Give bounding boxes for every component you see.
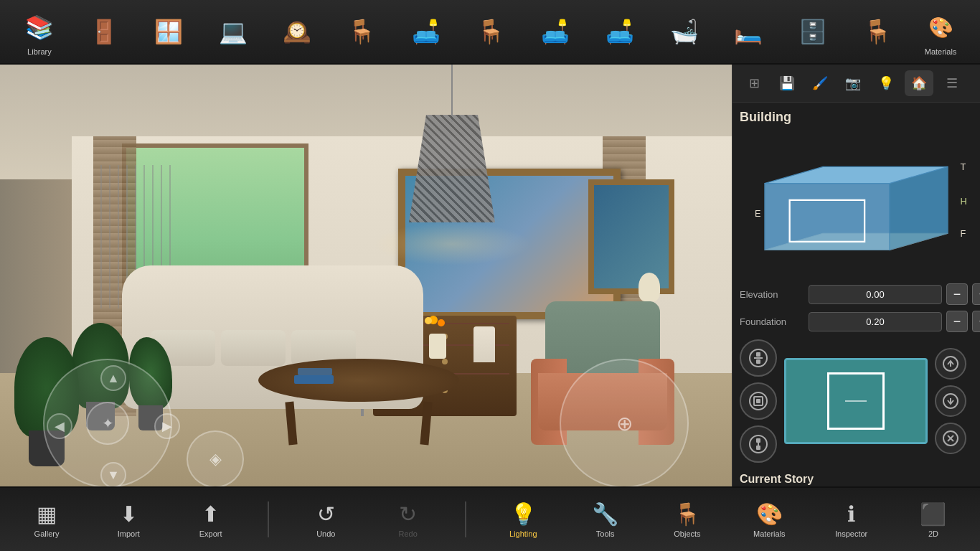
- delete-mini-button[interactable]: [935, 423, 966, 454]
- toolbar-bed[interactable]: 🛏️: [717, 3, 779, 60]
- toolbar-armchair-yellow[interactable]: 🛋️: [395, 3, 457, 60]
- tab-home[interactable]: 🏠: [905, 70, 933, 96]
- foundation-label: Foundation: [740, 316, 804, 327]
- bottom-materials[interactable]: 🎨 Materials: [737, 491, 801, 548]
- nav-center-button[interactable]: ✦: [86, 402, 129, 445]
- coffee-table: [258, 359, 459, 445]
- elevation-row: Elevation − +: [740, 283, 973, 305]
- toolbar-bathtub[interactable]: 🛁: [654, 3, 715, 60]
- actions-and-floorplan: [740, 339, 973, 463]
- materials-label: Materials: [925, 47, 957, 56]
- nav-down-button[interactable]: ▼: [100, 462, 126, 488]
- left-action-buttons: [740, 339, 777, 463]
- toolbar-sofa-yellow[interactable]: 🛋️: [589, 3, 651, 60]
- right-panel: ⊞ 💾 🖌️ 📷 💡 🏠 ☰ Building T H: [732, 65, 980, 551]
- nav-right-button[interactable]: ▶: [154, 413, 180, 439]
- svg-rect-11: [756, 359, 760, 364]
- bottom-objects[interactable]: 🪑 Objects: [655, 491, 720, 548]
- bottom-inspector[interactable]: ℹ Inspector: [819, 491, 884, 548]
- objects-label: Objects: [674, 529, 700, 538]
- 2d-label: 2D: [928, 529, 938, 538]
- foundation-input[interactable]: [809, 312, 942, 331]
- toolbar-laptop[interactable]: 💻: [202, 3, 264, 60]
- bottom-export[interactable]: ⬆ Export: [179, 491, 243, 548]
- building-diagram: T H E F: [740, 133, 973, 275]
- elevation-input[interactable]: [809, 285, 942, 304]
- window-item-icon: 🪟: [149, 11, 189, 52]
- move-up-icon: [942, 355, 959, 372]
- toolbar-chair-pink[interactable]: 🪑: [460, 3, 522, 60]
- hanging-lamp: [402, 65, 502, 265]
- svg-rect-15: [756, 399, 760, 403]
- nav-left-button[interactable]: ◀: [47, 413, 72, 439]
- bottom-2d[interactable]: ⬛ 2D: [901, 491, 966, 548]
- bed-icon: 🛏️: [728, 11, 768, 52]
- import-label: Import: [118, 529, 140, 538]
- gallery-icon: ▦: [37, 501, 57, 527]
- toolbar-materials[interactable]: 🎨 Materials: [910, 3, 971, 60]
- elevation-label: Elevation: [740, 289, 804, 300]
- right-wall-painting: [588, 179, 674, 294]
- bottom-undo[interactable]: ↺ Undo: [293, 491, 358, 548]
- nav-rotate-button[interactable]: ⊕: [560, 359, 689, 488]
- bottom-materials-icon: 🎨: [756, 501, 783, 527]
- export-label: Export: [199, 529, 222, 538]
- toolbar-divider-1: [268, 501, 269, 537]
- lighting-label: Lighting: [509, 529, 537, 538]
- chair-pink-icon: 🪑: [471, 11, 511, 52]
- add-floor-button[interactable]: [740, 339, 777, 377]
- tab-build[interactable]: ⊞: [740, 70, 768, 96]
- tab-photo[interactable]: 📷: [839, 70, 867, 96]
- lighting-icon: 💡: [510, 501, 537, 527]
- redo-label: Redo: [398, 529, 417, 538]
- bottom-toolbar: ▦ Gallery ⬇ Import ⬆ Export ↺ Undo ↻ Red…: [0, 486, 980, 551]
- toolbar-door[interactable]: 🚪: [73, 3, 135, 60]
- tab-paint[interactable]: 🖌️: [806, 70, 834, 96]
- redo-icon: ↻: [399, 501, 417, 527]
- objects-icon: 🪑: [674, 501, 700, 527]
- toolbar-library[interactable]: 📚 Library: [9, 3, 70, 60]
- floor-plan-thumbnail[interactable]: [784, 358, 928, 444]
- tab-save[interactable]: 💾: [773, 70, 801, 96]
- books: [294, 369, 337, 384]
- foundation-row: Foundation − +: [740, 311, 973, 332]
- tab-light[interactable]: 💡: [872, 70, 900, 96]
- bottom-tools[interactable]: 🔧 Tools: [573, 491, 638, 548]
- top-toolbar: 📚 Library 🚪 🪟 💻 🕰️ 🪑 🛋️ 🪑 🛋️ 🛋️ 🛁 🛏️ 🗄️ …: [0, 0, 980, 65]
- svg-text:T: T: [961, 161, 966, 172]
- tools-icon: 🔧: [592, 501, 618, 527]
- bottom-materials-label: Materials: [753, 529, 786, 538]
- svg-text:E: E: [755, 208, 761, 219]
- elevation-increase-button[interactable]: +: [972, 283, 980, 305]
- panel-title: Building: [740, 110, 973, 125]
- tab-list[interactable]: ☰: [938, 70, 966, 96]
- toolbar-chair-red[interactable]: 🪑: [331, 3, 392, 60]
- building-3d-svg: T H E F: [740, 133, 973, 275]
- nav-up-button[interactable]: ▲: [100, 365, 126, 391]
- svg-text:H: H: [961, 196, 967, 207]
- toolbar-cabinet[interactable]: 🗄️: [782, 3, 844, 60]
- current-story-title: Current Story: [740, 473, 973, 486]
- toolbar-chair-red2[interactable]: 🪑: [847, 3, 908, 60]
- white-vase: [473, 326, 495, 362]
- add-below-icon: [748, 434, 768, 454]
- svg-text:F: F: [961, 228, 966, 239]
- add-below-button[interactable]: [740, 425, 777, 463]
- bottom-gallery[interactable]: ▦ Gallery: [14, 491, 79, 548]
- bottom-lighting[interactable]: 💡 Lighting: [491, 491, 555, 548]
- select-floor-button[interactable]: [740, 382, 777, 420]
- bottom-import[interactable]: ⬇ Import: [96, 491, 161, 548]
- nav-pan-button[interactable]: ◈: [187, 430, 244, 488]
- toolbar-window-item[interactable]: 🪟: [138, 3, 199, 60]
- bottom-redo[interactable]: ↻ Redo: [376, 491, 440, 548]
- foundation-decrease-button[interactable]: −: [946, 311, 968, 332]
- foundation-increase-button[interactable]: +: [972, 311, 980, 332]
- panel-tabs: ⊞ 💾 🖌️ 📷 💡 🏠 ☰: [732, 65, 980, 103]
- move-up-mini-button[interactable]: [935, 348, 966, 380]
- materials-icon: 🎨: [920, 7, 961, 47]
- elevation-decrease-button[interactable]: −: [946, 283, 968, 305]
- toolbar-sofa-pink[interactable]: 🛋️: [524, 3, 586, 60]
- move-down-mini-button[interactable]: [935, 385, 966, 417]
- toolbar-clock[interactable]: 🕰️: [266, 3, 328, 60]
- door-icon: 🚪: [84, 11, 124, 52]
